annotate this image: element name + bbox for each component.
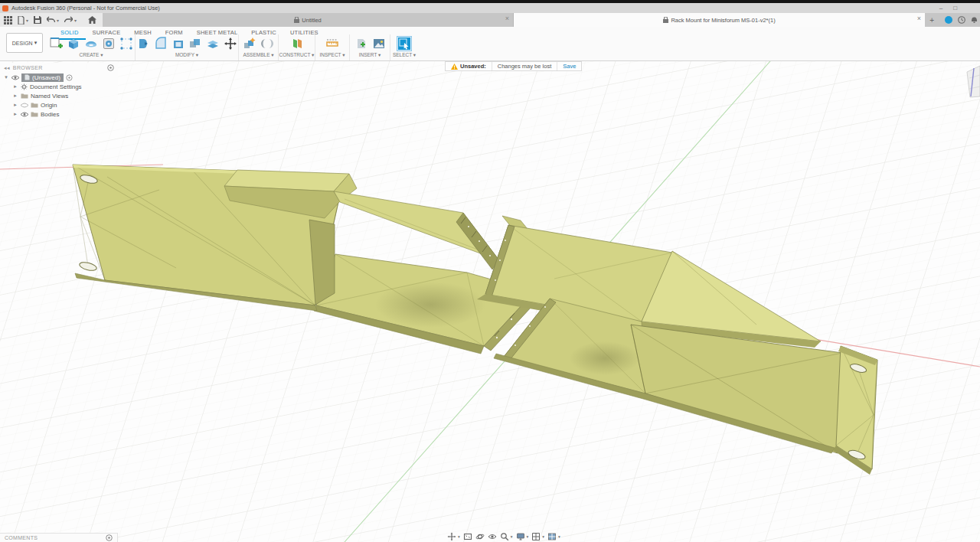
pan-caret[interactable]: ▾ — [458, 534, 460, 539]
browser-root-row[interactable]: ▾ (Unsaved) — [0, 73, 118, 82]
warning-message: Changes may be lost — [492, 62, 557, 70]
browser-item-label: Document Settings — [30, 83, 82, 90]
measure-icon[interactable] — [325, 36, 340, 51]
group-label-select[interactable]: SELECT ▾ — [390, 52, 418, 58]
home-icon[interactable] — [88, 16, 96, 24]
browser-item-label: Named Views — [31, 93, 68, 100]
viewports-icon[interactable] — [547, 532, 557, 541]
file-menu-icon[interactable] — [18, 16, 24, 24]
notifications-bell-icon[interactable] — [971, 16, 978, 24]
root-document-chip[interactable]: (Unsaved) — [21, 73, 64, 82]
expand-closed-icon[interactable]: ▸ — [12, 111, 18, 117]
visibility-eye-icon[interactable] — [21, 103, 28, 108]
browser-item-label: Bodies — [41, 111, 59, 118]
quick-access-toolbar: ▾ ▾ ▾ — [0, 13, 103, 27]
job-status-icon[interactable] — [958, 16, 965, 24]
model-viewport[interactable] — [0, 61, 980, 542]
folder-icon — [21, 93, 28, 99]
browser-panel: ◂◂ BROWSER ▾ (Unsaved) ▸ Document Settin… — [0, 63, 118, 119]
press-pull-icon[interactable] — [136, 36, 151, 51]
ribbon-group-assemble: ASSEMBLE ▾ — [239, 34, 279, 60]
pan-icon[interactable] — [447, 532, 456, 541]
lock-icon — [294, 17, 299, 23]
offset-face-icon[interactable] — [205, 36, 220, 51]
file-menu-caret[interactable]: ▾ — [26, 18, 28, 23]
construct-plane-icon[interactable] — [289, 36, 305, 51]
group-label-construct[interactable]: CONSTRUCT ▾ — [279, 52, 315, 58]
display-settings-icon[interactable] — [516, 532, 525, 541]
joint-icon[interactable] — [260, 36, 275, 51]
browser-item-origin[interactable]: ▸ Origin — [0, 100, 118, 109]
application-bar: ▾ ▾ ▾ Untitled × Rack Mount for Minisfor… — [0, 13, 980, 27]
redo-icon[interactable] — [64, 16, 73, 24]
fit-icon[interactable] — [463, 532, 472, 541]
save-link[interactable]: Save — [557, 62, 581, 70]
expand-open-icon[interactable]: ▾ — [3, 74, 9, 80]
comments-panel[interactable]: COMMENTS — [0, 533, 118, 542]
insert-derive-icon[interactable] — [354, 36, 369, 51]
look-at-icon[interactable] — [488, 532, 497, 541]
document-tab-strip: Untitled × Rack Mount for Minisforum MS-… — [103, 13, 980, 27]
group-label-create[interactable]: CREATE ▾ — [47, 52, 135, 58]
revolve-icon[interactable] — [83, 36, 99, 51]
group-label-assemble[interactable]: ASSEMBLE ▾ — [239, 52, 278, 58]
app-grid-icon[interactable] — [4, 16, 12, 24]
folder-icon — [31, 111, 38, 117]
browser-item-bodies[interactable]: ▸ Bodies — [0, 109, 118, 119]
title-bar: Autodesk Fusion 360 (Personal - Not for … — [0, 3, 980, 13]
visibility-eye-icon[interactable] — [21, 112, 28, 117]
comments-toggle-icon[interactable] — [106, 534, 113, 541]
combine-icon[interactable] — [188, 36, 204, 51]
expand-closed-icon[interactable]: ▸ — [12, 93, 18, 99]
group-label-insert[interactable]: INSERT ▾ — [350, 52, 390, 58]
group-label-inspect[interactable]: INSPECT ▾ — [315, 52, 349, 58]
ribbon-group-insert: INSERT ▾ — [350, 34, 390, 60]
browser-item-named-views[interactable]: ▸ Named Views — [0, 91, 118, 100]
grid-snaps-caret[interactable]: ▾ — [542, 534, 544, 539]
pattern-icon[interactable] — [119, 36, 134, 51]
save-icon[interactable] — [34, 16, 41, 24]
new-component-icon[interactable] — [242, 36, 257, 51]
zoom-caret[interactable]: ▾ — [511, 534, 513, 539]
visibility-eye-icon[interactable] — [11, 75, 19, 80]
new-tab-button[interactable]: + — [925, 13, 939, 27]
move-icon[interactable] — [223, 36, 238, 51]
window-title: Autodesk Fusion 360 (Personal - Not for … — [11, 5, 160, 11]
collapse-panel-icon[interactable]: ◂◂ — [4, 65, 10, 71]
hole-icon[interactable] — [101, 36, 116, 51]
expand-closed-icon[interactable]: ▸ — [12, 83, 18, 90]
viewports-caret[interactable]: ▾ — [558, 534, 560, 539]
minimize-button[interactable]: – — [939, 5, 942, 11]
browser-filter-icon[interactable] — [107, 64, 114, 71]
user-avatar[interactable] — [945, 16, 952, 24]
zoom-icon[interactable] — [500, 532, 509, 541]
orbit-icon[interactable] — [475, 532, 485, 541]
fillet-icon[interactable] — [153, 36, 168, 51]
comments-title: COMMENTS — [5, 535, 38, 540]
extrude-icon[interactable] — [66, 36, 81, 51]
shell-icon[interactable] — [171, 36, 186, 51]
component-color-swatch-icon[interactable] — [66, 74, 73, 81]
ribbon-group-inspect: INSPECT ▾ — [315, 34, 350, 60]
workspace-selector-design[interactable]: DESIGN ▾ — [6, 33, 43, 53]
grid-snaps-icon[interactable] — [531, 532, 541, 541]
document-tab-rack-mount[interactable]: Rack Mount for Minisforum MS-01-v2*(1) × — [514, 13, 925, 27]
canvas-icon[interactable] — [371, 36, 387, 51]
redo-caret[interactable]: ▾ — [74, 18, 77, 23]
undo-icon[interactable] — [47, 16, 55, 24]
fusion-logo-icon — [2, 5, 8, 11]
tab-close-icon[interactable]: × — [505, 15, 509, 22]
select-tool-icon[interactable] — [397, 36, 412, 51]
undo-caret[interactable]: ▾ — [57, 18, 59, 23]
document-tab-untitled[interactable]: Untitled × — [103, 13, 514, 27]
browser-item-document-settings[interactable]: ▸ Document Settings — [0, 82, 118, 91]
expand-closed-icon[interactable]: ▸ — [12, 102, 18, 108]
maximize-button[interactable]: □ — [953, 5, 957, 11]
ribbon-toolbar: DESIGN ▾ SOLID SURFACE MESH FORM SHEET M… — [0, 27, 980, 61]
display-settings-caret[interactable]: ▾ — [527, 534, 529, 539]
create-sketch-icon[interactable] — [48, 36, 64, 51]
lock-icon — [663, 17, 668, 23]
group-label-modify[interactable]: MODIFY ▾ — [136, 52, 238, 58]
browser-title: BROWSER — [13, 65, 43, 70]
tab-close-icon[interactable]: × — [917, 15, 921, 22]
